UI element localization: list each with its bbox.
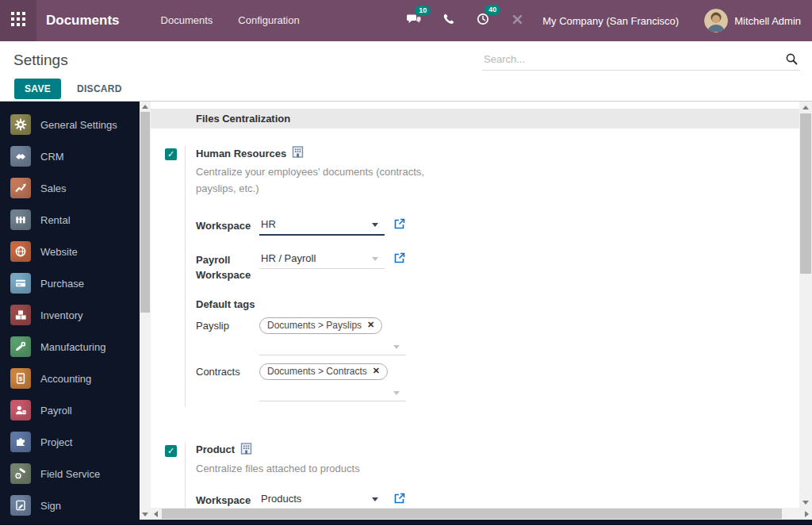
sidebar-item-label: Website	[40, 246, 78, 258]
messages-count-badge: 10	[415, 6, 431, 16]
hr-workspace-select[interactable]: HR	[259, 217, 385, 236]
messages-button[interactable]: 10	[406, 13, 422, 29]
payslip-tags-input[interactable]	[259, 338, 406, 355]
remove-tag-icon[interactable]: ✕	[373, 366, 380, 376]
scroll-up-arrow[interactable]	[802, 106, 809, 109]
payslip-tag-pill: Documents > Payslips ✕	[259, 317, 382, 334]
chevron-down-icon	[393, 391, 400, 395]
scroll-right-arrow[interactable]	[805, 511, 809, 517]
sidebar-item-label: Sign	[40, 500, 61, 512]
activities-button[interactable]: 40	[476, 12, 490, 29]
puzzle-icon	[10, 432, 31, 452]
activities-count-badge: 40	[485, 5, 500, 15]
sidebar-item-purchase[interactable]: Purchase	[0, 267, 140, 299]
external-link-icon[interactable]	[394, 252, 405, 267]
sidebar-item-label: Field Service	[40, 468, 100, 480]
workspace-field-label: Workspace	[196, 217, 259, 234]
sidebar-item-project[interactable]: Project	[0, 426, 140, 458]
chart-up-icon	[10, 178, 31, 198]
signature-icon	[10, 495, 31, 516]
scroll-up-arrow[interactable]	[142, 105, 148, 109]
hr-workspace-value: HR	[261, 218, 276, 230]
enterprise-icon	[240, 443, 252, 457]
payroll-workspace-select[interactable]: HR / Payroll	[259, 251, 385, 269]
sidebar-item-accounting[interactable]: $ Accounting	[0, 363, 140, 394]
sidebar-item-label: Accounting	[40, 373, 91, 385]
sidebar-item-manufacturing[interactable]: Manufacturing	[0, 331, 140, 363]
sidebar-item-website[interactable]: Website	[0, 236, 140, 267]
user-avatar[interactable]	[704, 9, 728, 33]
product-workspace-value: Products	[261, 493, 301, 505]
settings-header-row: Settings	[0, 41, 812, 79]
sidebar-item-sales[interactable]: Sales	[0, 172, 140, 204]
wrench-icon	[10, 336, 31, 357]
main-horizontal-scrollbar[interactable]	[151, 508, 812, 520]
default-tags-heading: Default tags	[196, 298, 435, 310]
apps-grid-icon	[11, 12, 26, 30]
debug-tools-button[interactable]	[511, 13, 524, 29]
user-menu[interactable]: Mitchell Admin	[734, 15, 801, 27]
remove-tag-icon[interactable]: ✕	[367, 320, 374, 330]
horizontal-scrollbar-thumb[interactable]	[162, 509, 782, 519]
external-link-icon[interactable]	[394, 218, 405, 232]
search-box	[482, 49, 800, 71]
payslip-tag-text: Documents > Payslips	[267, 320, 362, 331]
contracts-tag-text: Documents > Contracts	[267, 366, 367, 377]
phone-icon	[442, 13, 455, 29]
company-switcher[interactable]: My Company (San Francisco)	[542, 15, 679, 27]
settings-main-panel: Files Centralization ✓ Human Resources	[151, 102, 799, 508]
apps-menu-button[interactable]	[0, 0, 36, 41]
hr-block-description: Centralize your employees' documents (co…	[196, 164, 435, 198]
field-service-icon	[10, 463, 31, 484]
gear-icon	[10, 114, 31, 135]
product-workspace-select[interactable]: Products	[259, 491, 385, 508]
scroll-left-arrow[interactable]	[154, 511, 158, 517]
globe-icon	[10, 241, 31, 262]
main-scrollbar-thumb[interactable]	[800, 113, 811, 274]
hr-settings-block: ✓ Human Resources	[151, 146, 799, 407]
contracts-tag-pill: Documents > Contracts ✕	[259, 363, 388, 380]
scroll-down-arrow[interactable]	[142, 513, 148, 516]
search-input[interactable]	[482, 49, 800, 71]
boxes-icon	[10, 305, 31, 325]
scroll-down-arrow[interactable]	[802, 501, 809, 505]
main-vertical-scrollbar[interactable]	[799, 102, 812, 508]
nav-configuration[interactable]: Configuration	[225, 0, 312, 41]
product-checkbox[interactable]: ✓	[165, 445, 177, 457]
product-block-title: Product	[196, 443, 235, 455]
phone-button[interactable]	[442, 13, 455, 29]
section-header: Files Centralization	[151, 109, 799, 129]
employee-payroll-icon	[10, 400, 31, 420]
sidebar-item-crm[interactable]: CRM	[0, 140, 140, 172]
sidebar-item-inventory[interactable]: Inventory	[0, 299, 140, 331]
sidebar-item-rental[interactable]: Rental	[0, 204, 140, 236]
top-right-controls: 10 40	[396, 9, 812, 33]
product-block-description: Centralize files attached to products	[196, 461, 435, 478]
sidebar-item-general-settings[interactable]: General Settings	[0, 109, 140, 140]
nav-documents[interactable]: Documents	[148, 0, 226, 41]
sidebar-item-payroll[interactable]: Payroll	[0, 394, 140, 426]
discard-button[interactable]: DISCARD	[71, 79, 128, 99]
save-button[interactable]: SAVE	[14, 79, 61, 99]
hr-checkbox[interactable]: ✓	[165, 148, 177, 160]
sidebar-scrollbar[interactable]	[140, 102, 151, 520]
sidebar-item-label: Project	[40, 436, 72, 448]
top-nav: Documents Configuration	[148, 0, 312, 41]
settings-sidebar: General Settings CRM Sales	[0, 102, 140, 525]
sidebar-item-field-service[interactable]: Field Service	[0, 458, 140, 490]
search-icon[interactable]	[785, 52, 799, 69]
action-buttons-row: SAVE DISCARD	[0, 79, 812, 102]
chevron-down-icon	[372, 497, 378, 501]
payslip-tags-label: Payslip	[196, 317, 259, 332]
sidebar-item-label: Manufacturing	[40, 341, 105, 353]
sidebar-item-sign[interactable]: Sign	[0, 490, 140, 521]
sidebar-item-label: Purchase	[40, 278, 84, 290]
app-title[interactable]: Documents	[46, 13, 120, 29]
workspace-field-label: Workspace	[196, 491, 259, 508]
contracts-tags-input[interactable]	[259, 384, 406, 401]
contracts-tags-label: Contracts	[196, 363, 259, 378]
invoice-icon: $	[10, 368, 31, 389]
sidebar-scrollbar-thumb[interactable]	[140, 112, 150, 313]
credit-card-icon	[10, 273, 31, 294]
external-link-icon[interactable]	[394, 493, 405, 507]
